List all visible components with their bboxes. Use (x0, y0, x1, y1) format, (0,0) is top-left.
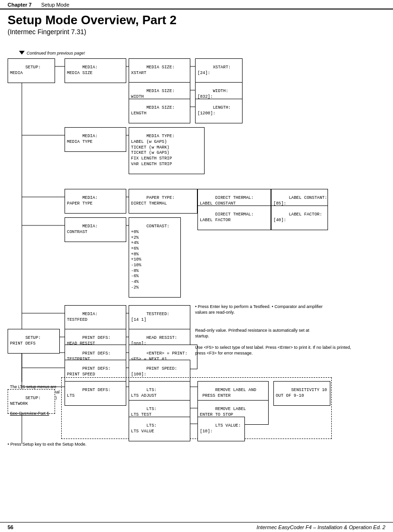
lts-value-box: LTS: LTS VALUE (129, 417, 190, 442)
triangle-marker (19, 51, 25, 55)
footer-title: Intermec EasyCoder F4 – Installation & O… (257, 524, 385, 530)
media-size-length-box: MEDIA SIZE: LENGTH (129, 99, 190, 124)
footer-page-number: 56 (8, 524, 13, 530)
continued-label: Continued from previous page! (27, 51, 85, 56)
press-setup-exit: • Press Setup key to exit the Setup Mode… (8, 441, 86, 448)
sensitivity-10-box: SENSITIVITY 10 OUT OF 9-10 (273, 381, 330, 406)
chapter-header: Chapter 7 Setup Mode (0, 0, 393, 9)
media-size-box: MEDIA: MEDIA SIZE (65, 58, 126, 84)
media-type-box: MEDIA: MEDIA TYPE (65, 127, 126, 152)
page-title: Setup Mode Overview, Part 2 (8, 13, 385, 27)
chapter-title: Setup Mode (41, 2, 69, 8)
testfeed-note: • Press Enter key to perform a Testfeed.… (195, 304, 333, 316)
main-title-area: Setup Mode Overview, Part 2 (Intermec Fi… (0, 9, 393, 37)
overview-note: See Overview Part 5 (10, 411, 49, 417)
media-paper-type-box: MEDIA: PAPER TYPE (65, 189, 126, 214)
setup-print-defs-box: SETUP: PRINT DEFS (8, 329, 60, 354)
xstart-val-box: XSTART: [24]: (195, 58, 243, 84)
setup-media-box: SETUP: MEDIA (8, 58, 55, 84)
diagram-area: Continued from previous page! SETUP: MED… (8, 40, 385, 458)
page-subtitle: (Intermec Fingerprint 7.31) (8, 28, 385, 36)
direct-thermal-label-factor-box: DIRECT THERMAL: LABEL FACTOR (197, 205, 271, 231)
print-defs-lts-box: PRINT DEFS: LTS (65, 381, 126, 406)
media-size-xstart-box: MEDIA SIZE: XSTART (129, 58, 190, 84)
media-type-options-box: MEDIA TYPE: LABEL (w GAPS) TICKET (w MAR… (129, 127, 205, 175)
footer: 56 Intermec EasyCoder F4 – Installation … (0, 522, 393, 532)
contrast-options-box: CONTRAST: +0% +2% +4% +6% +8% +10% -10% … (129, 217, 181, 298)
testfeed-val-box: TESTFEED: [14 1] (129, 305, 190, 330)
label-factor-val-box: LABEL FACTOR: [40]: (271, 205, 328, 231)
chapter-label: Chapter 7 (8, 2, 32, 8)
paper-type-direct-thermal-box: PAPER TYPE: DIRECT THERMAL (129, 189, 197, 214)
length-val-box: LENGTH: [1200]: (195, 99, 243, 124)
media-contrast-box: MEDIA: CONTRAST (65, 217, 126, 243)
testprint-note: Use <F5> to select type of test label. P… (195, 345, 361, 356)
lts-value-val-box: LTS VALUE: [10]: (197, 417, 245, 442)
media-testfeed-box: MEDIA: TESTFEED (65, 305, 126, 330)
page-container: Chapter 7 Setup Mode Setup Mode Overview… (0, 0, 393, 532)
head-resist-note: Read-only value. Printhead resistance is… (195, 327, 314, 339)
